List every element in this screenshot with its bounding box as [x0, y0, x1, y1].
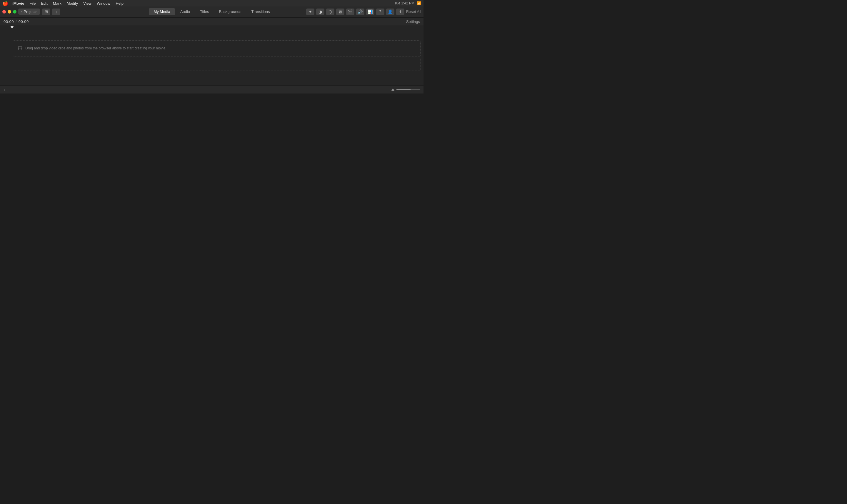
tab-titles[interactable]: Titles [195, 8, 214, 15]
color-icon[interactable]: ◑ [316, 8, 324, 15]
main-toolbar: ‹ Projects ⊞ ↓ My Media Audio Titles Bac… [0, 6, 424, 17]
status-bar-time: Tue 1:42 PM [394, 1, 414, 5]
film-clip-icon: 🎞 [18, 46, 22, 51]
timeline-settings-button[interactable]: Settings [406, 19, 420, 24]
menu-edit[interactable]: Edit [38, 1, 50, 6]
projects-button[interactable]: ‹ Projects [18, 8, 40, 15]
chart-icon[interactable]: 📊 [366, 8, 374, 15]
tab-backgrounds[interactable]: Backgrounds [214, 8, 246, 15]
chevron-left-icon: ‹ [21, 10, 22, 14]
apple-menu[interactable]: 🍎 [2, 1, 8, 6]
timeline-current-time: 00:00 [3, 19, 14, 24]
secondary-drop-zone-1[interactable] [13, 58, 420, 71]
timeline-main-area: 🎞 Drag and drop video clips and photos f… [0, 26, 424, 85]
maximize-button[interactable] [13, 10, 16, 14]
user-icon[interactable]: 👤 [386, 8, 394, 15]
primary-track: 🎞 Drag and drop video clips and photos f… [13, 40, 420, 56]
timeline: 00:00 / 00:00 Settings 🎞 Drag and drop v… [0, 17, 424, 93]
timeline-total-time: 00:00 [19, 19, 29, 24]
timeline-top-bar: 00:00 / 00:00 Settings [0, 18, 424, 26]
toolbar-right: ✦ ◑ ⬡ ⊠ 🎬 🔊 📊 ? 👤 ℹ Reset All [306, 8, 421, 15]
timeline-tracks: 🎞 Drag and drop video clips and photos f… [0, 26, 424, 85]
status-bar-wifi: 📶 [417, 1, 421, 5]
music-note-icon: ♪ [3, 87, 5, 92]
menu-mark[interactable]: Mark [51, 1, 64, 6]
menu-bar: 🍎 iMovie File Edit Mark Modify View Wind… [0, 0, 424, 6]
secondary-track-1 [13, 58, 420, 71]
playhead-triangle [10, 26, 14, 29]
menu-file[interactable]: File [27, 1, 38, 6]
help-icon[interactable]: ? [376, 8, 384, 15]
menu-help[interactable]: Help [113, 1, 126, 6]
zoom-control [391, 88, 420, 91]
close-button[interactable] [2, 10, 6, 14]
crop-icon[interactable]: ⊠ [336, 8, 344, 15]
menu-window[interactable]: Window [94, 1, 113, 6]
toolbar-left: ‹ Projects ⊞ ↓ [2, 8, 60, 15]
traffic-lights [2, 10, 16, 14]
tab-my-media[interactable]: My Media [149, 8, 175, 15]
import-icon[interactable]: ↓ [52, 8, 60, 15]
minimize-button[interactable] [8, 10, 11, 14]
timeline-separator: / [16, 19, 17, 24]
zoom-triangle-icon [391, 88, 395, 91]
tab-transitions[interactable]: Transitions [247, 8, 274, 15]
grid-view-icon[interactable]: ⊞ [42, 8, 50, 15]
nav-tabs: My Media Audio Titles Backgrounds Transi… [149, 8, 274, 15]
drop-zone[interactable]: 🎞 Drag and drop video clips and photos f… [13, 40, 420, 56]
menu-view[interactable]: View [81, 1, 94, 6]
tab-audio[interactable]: Audio [176, 8, 195, 15]
drop-zone-text: Drag and drop video clips and photos fro… [25, 46, 166, 51]
projects-label: Projects [23, 10, 37, 14]
info-icon[interactable]: ℹ [396, 8, 404, 15]
menu-imovie[interactable]: iMovie [10, 1, 26, 6]
zoom-slider[interactable] [396, 89, 420, 90]
audio-icon[interactable]: 🔊 [356, 8, 364, 15]
palette-icon[interactable]: ⬡ [326, 8, 335, 15]
camera-icon[interactable]: 🎬 [346, 8, 354, 15]
zoom-slider-fill [396, 89, 411, 90]
menu-modify[interactable]: Modify [65, 1, 80, 6]
reset-all-button[interactable]: Reset All [406, 8, 421, 15]
app-wrapper: 🍎 iMovie File Edit Mark Modify View Wind… [0, 0, 424, 252]
content-area: PROJECT MEDIA 🎞 My Movie LIBRARIES ⊕ Pho… [0, 17, 424, 252]
timeline-playhead [12, 26, 12, 85]
timeline-bottom-bar: ♪ [0, 85, 424, 93]
magic-wand-icon[interactable]: ✦ [306, 8, 314, 15]
